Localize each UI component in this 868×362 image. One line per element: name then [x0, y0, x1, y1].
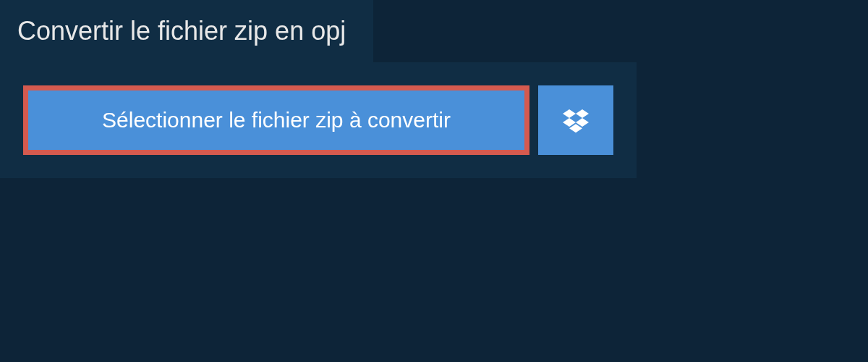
content-panel: Sélectionner le fichier zip à convertir [0, 62, 637, 178]
button-row: Sélectionner le fichier zip à convertir [23, 85, 613, 155]
dropbox-icon [563, 107, 589, 133]
tab-title: Convertir le fichier zip en opj [17, 16, 346, 46]
select-file-button[interactable]: Sélectionner le fichier zip à convertir [23, 85, 529, 155]
tab-convert[interactable]: Convertir le fichier zip en opj [0, 0, 373, 62]
select-file-label: Sélectionner le fichier zip à convertir [102, 108, 451, 132]
dropbox-button[interactable] [538, 85, 613, 155]
tab-container: Convertir le fichier zip en opj [0, 0, 373, 62]
